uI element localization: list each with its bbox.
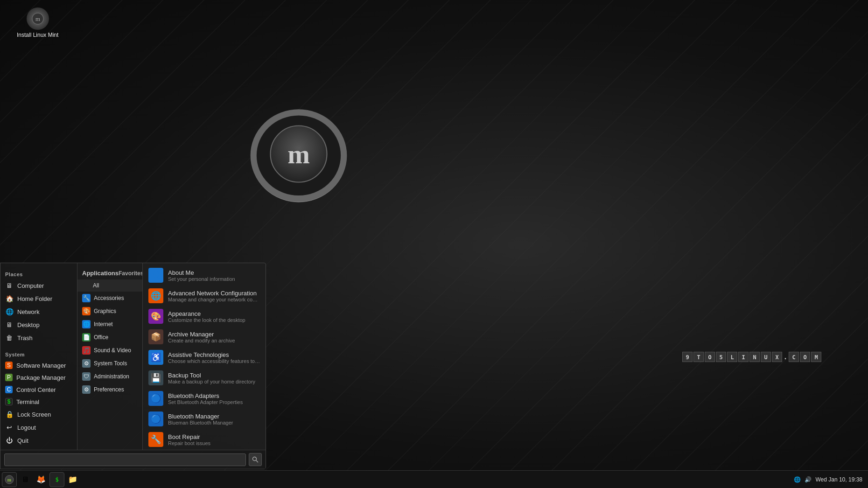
sidebar-item-desktop[interactable]: 🖥 Desktop bbox=[0, 318, 77, 331]
category-system-tools[interactable]: ⚙ System Tools bbox=[77, 357, 142, 370]
office-icon: 📄 bbox=[82, 333, 91, 342]
app-advanced-network[interactable]: 🌐 Advanced Network Configuration Manage … bbox=[143, 286, 266, 306]
search-icon bbox=[252, 456, 259, 463]
category-accessories[interactable]: 🔧 Accessories bbox=[77, 292, 142, 305]
archive-manager-icon: 📦 bbox=[148, 329, 163, 344]
boot-repair-name: Boot Repair bbox=[168, 433, 260, 440]
bluetooth-adapters-text: Bluetooth Adapters Set Bluetooth Adapter… bbox=[168, 392, 260, 405]
sidebar-label-trash: Trash bbox=[17, 335, 33, 342]
sidebar-item-trash[interactable]: 🗑 Trash bbox=[0, 331, 77, 344]
favorites-link[interactable]: Favorites › bbox=[119, 270, 143, 277]
app-archive-manager[interactable]: 📦 Archive Manager Create and modify an a… bbox=[143, 327, 266, 347]
about-me-icon: 👤 bbox=[148, 268, 163, 283]
show-desktop-button[interactable]: 🖥 bbox=[18, 472, 33, 487]
category-office[interactable]: 📄 Office bbox=[77, 331, 142, 344]
sidebar-item-package-manager[interactable]: P Package Manager bbox=[0, 371, 77, 383]
firefox-taskbar[interactable]: 🦊 bbox=[34, 472, 49, 487]
advanced-network-desc: Manage and change your network connectio… bbox=[168, 297, 260, 302]
install-icon-label: Install Linux Mint bbox=[17, 32, 58, 38]
app-boot-repair[interactable]: 🔧 Boot Repair Repair boot issues bbox=[143, 429, 266, 450]
system-tools-icon: ⚙ bbox=[82, 359, 91, 368]
sidebar-label-terminal: Terminal bbox=[16, 398, 39, 405]
app-assistive-tech[interactable]: ♿ Assistive Technologies Choose which ac… bbox=[143, 347, 266, 368]
search-button[interactable] bbox=[249, 453, 262, 466]
category-administration-label: Administration bbox=[94, 373, 129, 380]
category-all[interactable]: All bbox=[77, 279, 142, 292]
category-office-label: Office bbox=[94, 334, 108, 341]
desktop-icon-sm: 🖥 bbox=[5, 321, 14, 329]
taskbar: m 🖥 🦊 $ 📁 🌐 🔊 Wed Jan 10, 19:38 bbox=[0, 470, 868, 488]
category-preferences[interactable]: ⚙ Preferences bbox=[77, 383, 142, 396]
category-graphics-label: Graphics bbox=[94, 308, 116, 314]
backup-tool-desc: Make a backup of your home directory bbox=[168, 379, 260, 384]
watermark: 9 T O 5 L I N U X . C O M bbox=[682, 352, 821, 362]
category-graphics[interactable]: 🎨 Graphics bbox=[77, 305, 142, 318]
about-me-text: About Me Set your personal information bbox=[168, 269, 260, 282]
sidebar-item-computer[interactable]: 🖥 Computer bbox=[0, 279, 77, 292]
terminal-taskbar[interactable]: $ bbox=[49, 472, 64, 487]
sidebar-label-package-manager: Package Manager bbox=[16, 374, 66, 381]
category-internet[interactable]: 🌐 Internet bbox=[77, 318, 142, 331]
category-administration[interactable]: 🛡 Administration bbox=[77, 370, 142, 383]
bluetooth-adapters-desc: Set Bluetooth Adapter Properties bbox=[168, 399, 260, 405]
applications-label: Applications bbox=[82, 270, 119, 277]
taskbar-left: m 🖥 🦊 $ 📁 bbox=[2, 472, 80, 487]
sidebar-item-control-center[interactable]: C Control Center bbox=[0, 383, 77, 396]
archive-manager-desc: Create and modify an archive bbox=[168, 338, 260, 343]
bluetooth-manager-icon: 🔵 bbox=[148, 411, 163, 426]
app-bluetooth-adapters[interactable]: 🔵 Bluetooth Adapters Set Bluetooth Adapt… bbox=[143, 388, 266, 409]
search-input[interactable] bbox=[4, 453, 246, 466]
start-menu-button[interactable]: m bbox=[2, 472, 17, 487]
app-list: 👤 About Me Set your personal information… bbox=[143, 263, 266, 450]
internet-icon: 🌐 bbox=[82, 320, 91, 328]
bluetooth-adapters-name: Bluetooth Adapters bbox=[168, 392, 260, 399]
install-linux-mint-icon[interactable]: m Install Linux Mint bbox=[14, 5, 61, 41]
places-header: Places bbox=[0, 268, 77, 279]
home-icon: 🏠 bbox=[5, 294, 14, 303]
network-icon: 🌐 bbox=[5, 307, 14, 316]
mint-logo: m bbox=[247, 103, 350, 205]
bluetooth-manager-name: Bluetooth Manager bbox=[168, 413, 260, 420]
app-appearance[interactable]: 🎨 Appearance Customize the look of the d… bbox=[143, 306, 266, 327]
taskbar-network-icon: 🌐 bbox=[794, 476, 801, 483]
svg-line-7 bbox=[256, 460, 259, 463]
boot-repair-desc: Repair boot issues bbox=[168, 440, 260, 446]
svg-point-6 bbox=[253, 457, 257, 461]
accessories-icon: 🔧 bbox=[82, 294, 91, 302]
category-all-label: All bbox=[93, 282, 99, 289]
app-backup-tool[interactable]: 💾 Backup Tool Make a backup of your home… bbox=[143, 368, 266, 388]
sidebar-label-computer: Computer bbox=[17, 282, 44, 289]
boot-repair-icon: 🔧 bbox=[148, 432, 163, 447]
sidebar-label-control-center: Control Center bbox=[16, 386, 56, 393]
sidebar-item-quit[interactable]: ⏻ Quit bbox=[0, 434, 77, 447]
files-taskbar[interactable]: 📁 bbox=[65, 472, 80, 487]
app-categories: Applications Favorites › All 🔧 Accessori… bbox=[77, 263, 143, 450]
sidebar-item-network[interactable]: 🌐 Network bbox=[0, 305, 77, 318]
category-sound-video-label: Sound & Video bbox=[94, 347, 131, 354]
sidebar-item-software-manager[interactable]: S Software Manager bbox=[0, 359, 77, 371]
boot-repair-text: Boot Repair Repair boot issues bbox=[168, 433, 260, 446]
category-sound-video[interactable]: 🎵 Sound & Video bbox=[77, 344, 142, 357]
sidebar-label-quit: Quit bbox=[17, 437, 28, 444]
bluetooth-adapters-icon: 🔵 bbox=[148, 391, 163, 406]
sidebar-item-logout[interactable]: ↩ Logout bbox=[0, 421, 77, 434]
terminal-icon: $ bbox=[5, 398, 13, 405]
app-about-me[interactable]: 👤 About Me Set your personal information bbox=[143, 265, 266, 286]
lock-screen-icon: 🔒 bbox=[5, 410, 14, 418]
quit-icon: ⏻ bbox=[5, 436, 14, 445]
sidebar-item-terminal[interactable]: $ Terminal bbox=[0, 396, 77, 408]
preferences-icon: ⚙ bbox=[82, 385, 91, 394]
sidebar-item-lock-screen[interactable]: 🔒 Lock Screen bbox=[0, 408, 77, 421]
search-bar bbox=[0, 450, 266, 469]
software-manager-icon: S bbox=[5, 362, 13, 369]
assistive-tech-icon: ♿ bbox=[148, 350, 163, 365]
computer-icon: 🖥 bbox=[5, 281, 14, 290]
sidebar-label-home: Home Folder bbox=[17, 295, 52, 302]
backup-tool-name: Backup Tool bbox=[168, 372, 260, 379]
install-icon-img: m bbox=[27, 7, 49, 30]
app-bluetooth-manager[interactable]: 🔵 Bluetooth Manager Blueman Bluetooth Ma… bbox=[143, 409, 266, 429]
advanced-network-text: Advanced Network Configuration Manage an… bbox=[168, 290, 260, 302]
appearance-desc: Customize the look of the desktop bbox=[168, 317, 260, 323]
category-accessories-label: Accessories bbox=[94, 295, 124, 301]
sidebar-item-home[interactable]: 🏠 Home Folder bbox=[0, 292, 77, 305]
